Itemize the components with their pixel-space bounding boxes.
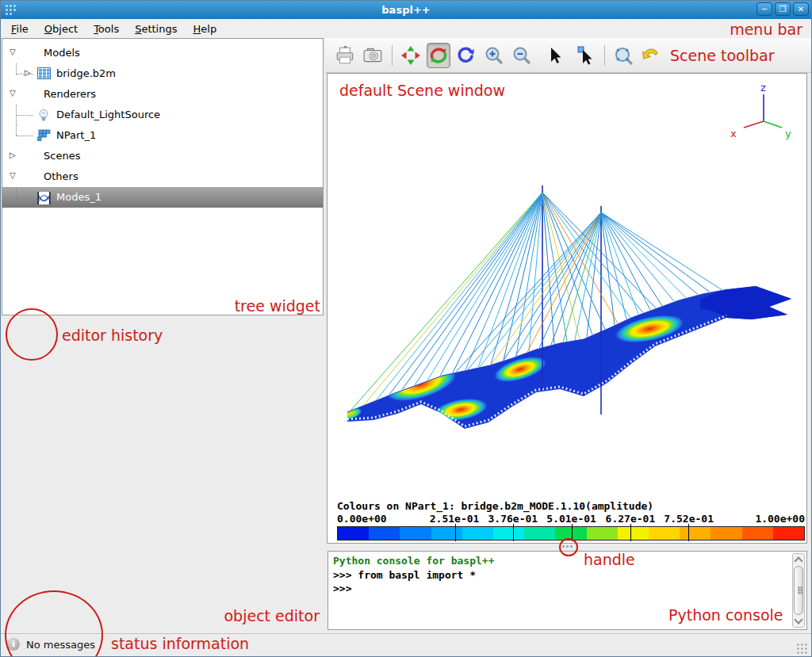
scroll-up-icon[interactable] bbox=[794, 556, 802, 565]
scrollbar-thumb[interactable] bbox=[794, 566, 803, 615]
snapshot-button[interactable] bbox=[361, 43, 385, 68]
expander-icon[interactable]: ▷ bbox=[25, 68, 31, 77]
tree-item-renderers[interactable]: ▽Renderers bbox=[2, 84, 323, 105]
svg-text:y: y bbox=[785, 128, 791, 139]
tree-item-scenes[interactable]: ▷Scenes bbox=[2, 146, 323, 166]
resize-grip[interactable] bbox=[796, 643, 807, 654]
pick-icon bbox=[575, 45, 596, 66]
spin-tool-button[interactable] bbox=[454, 43, 478, 68]
pan-tool-button[interactable] bbox=[399, 43, 423, 68]
tree-item-label: Scenes bbox=[44, 150, 80, 162]
rotate-icon bbox=[428, 45, 449, 66]
splitter-handle[interactable] bbox=[562, 545, 575, 548]
svg-text:z: z bbox=[760, 82, 766, 94]
status-message: No messages bbox=[26, 639, 95, 651]
info-icon: i bbox=[7, 638, 20, 651]
console-scrollbar[interactable] bbox=[792, 553, 805, 628]
tree-item-default_lightsource[interactable]: Default_LightSource bbox=[2, 105, 323, 125]
undo-button[interactable] bbox=[639, 43, 663, 68]
zoom-in-button[interactable] bbox=[482, 43, 506, 68]
print-icon bbox=[335, 45, 355, 66]
scene-window[interactable]: z x y Colours on NPart_1: bridge.b2m_MOD… bbox=[327, 73, 807, 544]
undo-icon bbox=[641, 45, 661, 66]
maximize-button[interactable]: ❐ bbox=[775, 2, 791, 16]
tree-item-label: NPart_1 bbox=[56, 129, 96, 141]
pan-icon bbox=[400, 45, 421, 66]
menu-item-settings[interactable]: Settings bbox=[127, 21, 185, 37]
menu-item-file[interactable]: File bbox=[3, 21, 36, 37]
scene-toolbar bbox=[325, 38, 812, 73]
lightbulb-icon bbox=[37, 109, 51, 122]
tree-item-label: Default_LightSource bbox=[56, 109, 160, 120]
expander-icon[interactable]: ▽ bbox=[10, 171, 16, 180]
axis-triad: z x y bbox=[730, 82, 791, 139]
pointer-icon bbox=[544, 45, 565, 66]
zoom-in-icon bbox=[484, 45, 504, 66]
toolbar-separator bbox=[392, 45, 393, 66]
tree-item-label: Others bbox=[44, 170, 79, 182]
modes-wave-icon bbox=[37, 191, 51, 204]
expander-icon[interactable]: ▽ bbox=[10, 48, 16, 56]
menu-item-object[interactable]: Object bbox=[36, 21, 86, 37]
scroll-down-icon[interactable] bbox=[794, 615, 802, 624]
colorbar-gradient bbox=[337, 526, 805, 540]
menu-item-help[interactable]: Help bbox=[186, 21, 225, 37]
snapshot-icon bbox=[362, 45, 383, 66]
spin-icon bbox=[456, 45, 477, 66]
tree-item-label: Renderers bbox=[44, 88, 96, 100]
tree-item-label: Modes_1 bbox=[56, 191, 102, 203]
zoom-fit-icon bbox=[612, 44, 634, 67]
model-grid-icon bbox=[37, 67, 51, 81]
close-button[interactable]: ✕ bbox=[793, 2, 809, 16]
npart-grid-icon bbox=[37, 129, 51, 143]
svg-text:x: x bbox=[730, 128, 737, 139]
colorbar-title: Colours on NPart_1: bridge.b2m_MODE.1.10… bbox=[337, 500, 805, 512]
status-bar: i No messages bbox=[0, 633, 812, 657]
bridge-3d-view: z x y bbox=[327, 74, 806, 543]
tree-item-label: Models bbox=[44, 47, 80, 59]
tree-item-others[interactable]: ▽Others bbox=[2, 166, 323, 187]
pick-tool-button[interactable] bbox=[573, 43, 597, 68]
tree-item-label: bridge.b2m bbox=[56, 67, 116, 79]
window-title: baspl++ bbox=[0, 4, 812, 16]
menu-bar: FileObjectToolsSettingsHelp bbox=[0, 19, 812, 38]
console-line: >>> from baspl import * bbox=[333, 568, 802, 583]
zoom-fit-button[interactable] bbox=[611, 43, 635, 68]
rotate-tool-button[interactable] bbox=[427, 43, 450, 68]
tree-item-bridge.b2m[interactable]: ▷bridge.b2m bbox=[2, 63, 323, 84]
tree-item-npart_1[interactable]: NPart_1 bbox=[2, 125, 323, 146]
python-console[interactable]: Python console for baspl++>>> from baspl… bbox=[327, 551, 807, 630]
expander-icon[interactable]: ▽ bbox=[10, 89, 16, 97]
colorbar-tick-labels: 0.00e+002.51e-013.76e-015.01e-016.27e-01… bbox=[337, 513, 805, 525]
pointer-tool-button[interactable] bbox=[542, 43, 566, 68]
console-line: Python console for baspl++ bbox=[333, 554, 802, 568]
title-bar: baspl++ ─ ❐ ✕ bbox=[0, 0, 812, 19]
console-line: >>> bbox=[333, 582, 802, 596]
zoom-out-icon bbox=[511, 45, 532, 66]
object-editor: Edit object of class Modes and ID Modes_… bbox=[2, 315, 324, 633]
toolbar-separator bbox=[604, 45, 605, 66]
zoom-out-button[interactable] bbox=[510, 43, 534, 68]
colorbar: Colours on NPart_1: bridge.b2m_MODE.1.10… bbox=[337, 500, 805, 540]
minimize-button[interactable]: ─ bbox=[756, 2, 772, 16]
expander-icon[interactable]: ▷ bbox=[10, 151, 16, 159]
menu-item-tools[interactable]: Tools bbox=[86, 21, 127, 37]
tree-widget[interactable]: ▽Models▷bridge.b2m▽RenderersDefault_Ligh… bbox=[2, 38, 324, 315]
print-button[interactable] bbox=[333, 43, 357, 68]
tree-item-modes_1[interactable]: Modes_1 bbox=[2, 187, 323, 208]
tree-item-models[interactable]: ▽Models bbox=[2, 43, 323, 63]
